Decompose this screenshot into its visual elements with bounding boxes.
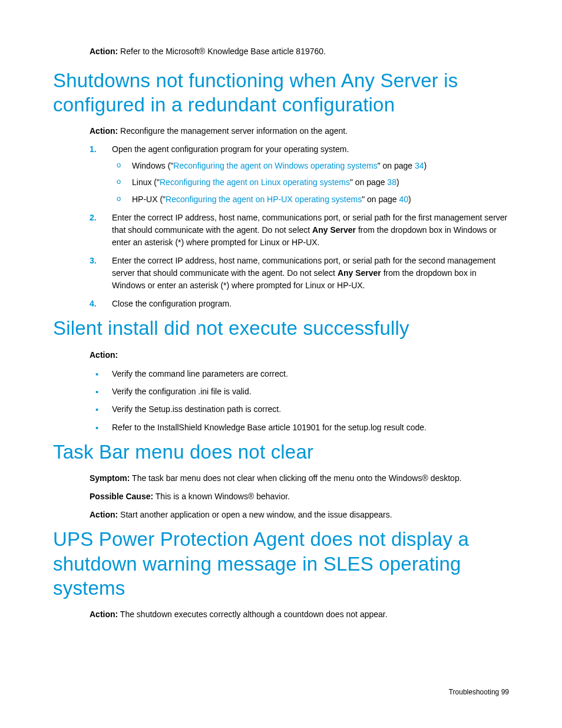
link-linux[interactable]: Reconfiguring the agent on Linux operati… — [160, 177, 350, 187]
bullet-icon: • — [95, 367, 98, 381]
action-label: Action: — [90, 610, 118, 619]
symptom-label: Symptom: — [90, 473, 130, 483]
heading-shutdowns: Shutdowns not functioning when Any Serve… — [53, 68, 509, 117]
top-action-line: Action: Refer to the Microsoft® Knowledg… — [90, 46, 509, 58]
action-text: The shutdown executes correctly although… — [118, 610, 387, 619]
action-label: Action: — [90, 510, 118, 519]
action-text: Refer to the Microsoft® Knowledge Base a… — [118, 47, 326, 56]
sub-end: ) — [424, 161, 427, 170]
list-item: •Verify the command line parameters are … — [90, 367, 509, 380]
step-3: 3. Enter the correct IP address, host na… — [90, 255, 509, 292]
step-number: 4. — [90, 298, 97, 310]
page-footer: Troubleshooting 99 — [449, 688, 509, 696]
action-text: Reconfigure the management server inform… — [118, 126, 348, 136]
page-ref[interactable]: 40 — [399, 195, 409, 204]
heading-silent-install: Silent install did not execute successfu… — [53, 316, 509, 340]
page-ref[interactable]: 34 — [415, 161, 424, 170]
sub-mid: " on page — [362, 195, 399, 204]
action-label: Action: — [90, 126, 118, 136]
link-hpux[interactable]: Reconfiguring the agent on HP-UX operati… — [166, 195, 362, 204]
document-page: Action: Refer to the Microsoft® Knowledg… — [0, 0, 562, 728]
symptom-line: Symptom: The task bar menu does not clea… — [90, 472, 509, 485]
sub-marker: o — [117, 176, 121, 188]
action-label: Action: — [90, 47, 118, 56]
sub-end: ) — [396, 177, 399, 187]
sub-mid: " on page — [378, 161, 415, 170]
sub-marker: o — [117, 193, 121, 205]
cause-line: Possible Cause: This is a known Windows®… — [90, 490, 509, 503]
ordered-steps: 1. Open the agent configuration program … — [90, 143, 509, 310]
step-4: 4. Close the configuration program. — [90, 298, 509, 310]
bullet-icon: • — [95, 421, 98, 435]
page-ref[interactable]: 38 — [387, 177, 396, 187]
sub-marker: o — [117, 159, 121, 172]
step-text: Close the configuration program. — [112, 299, 232, 308]
any-server-bold: Any Server — [312, 225, 356, 235]
bullet-text: Refer to the InstallShield Knowledge Bas… — [112, 423, 427, 432]
bullet-text: Verify the command line parameters are c… — [112, 369, 288, 378]
step-text: Open the agent configuration program for… — [112, 144, 349, 154]
section-silent-body: Action: •Verify the command line paramet… — [90, 349, 509, 434]
sub-end: ) — [408, 195, 411, 204]
action-line: Action: Reconfigure the management serve… — [90, 125, 509, 137]
step-number: 1. — [90, 143, 97, 156]
section-shutdowns-body: Action: Reconfigure the management serve… — [90, 125, 509, 310]
heading-taskbar: Task Bar menu does not clear — [53, 440, 509, 464]
cause-label: Possible Cause: — [90, 492, 153, 501]
sub-pre: Windows (" — [132, 161, 173, 170]
step-number: 3. — [90, 255, 97, 267]
cause-text: This is a known Windows® behavior. — [153, 492, 290, 501]
list-item: •Verify the Setup.iss destination path i… — [90, 403, 509, 416]
footer-section: Troubleshooting — [449, 688, 500, 696]
action-label: Action: — [90, 350, 118, 360]
footer-page: 99 — [501, 688, 509, 696]
action-line: Action: Start another application or ope… — [90, 509, 509, 521]
action-bullets: •Verify the command line parameters are … — [90, 367, 509, 434]
bullet-text: Verify the configuration .ini file is va… — [112, 387, 252, 396]
sub-mid: " on page — [350, 177, 387, 187]
link-windows[interactable]: Reconfiguring the agent on Windows opera… — [173, 161, 377, 170]
sub-pre: Linux (" — [132, 177, 160, 187]
section-taskbar-body: Symptom: The task bar menu does not clea… — [90, 472, 509, 521]
action-line: Action: The shutdown executes correctly … — [90, 608, 509, 621]
step-1: 1. Open the agent configuration program … — [90, 143, 509, 206]
list-item: •Refer to the InstallShield Knowledge Ba… — [90, 421, 509, 434]
sub-item-hpux: o HP-UX ("Reconfiguring the agent on HP-… — [112, 193, 509, 206]
action-text: Start another application or open a new … — [118, 510, 392, 519]
bullet-icon: • — [95, 385, 98, 399]
any-server-bold: Any Server — [338, 268, 381, 278]
symptom-text: The task bar menu does not clear when cl… — [130, 473, 461, 483]
heading-ups: UPS Power Protection Agent does not disp… — [53, 527, 509, 600]
section-ups-body: Action: The shutdown executes correctly … — [90, 608, 509, 621]
sub-pre: HP-UX (" — [132, 195, 166, 204]
action-line: Action: — [90, 349, 509, 361]
step-number: 2. — [90, 212, 97, 224]
step-2: 2. Enter the correct IP address, host na… — [90, 212, 509, 249]
bullet-text: Verify the Setup.iss destination path is… — [112, 404, 281, 414]
list-item: •Verify the configuration .ini file is v… — [90, 385, 509, 398]
os-sublist: o Windows ("Reconfiguring the agent on W… — [112, 159, 509, 206]
sub-item-windows: o Windows ("Reconfiguring the agent on W… — [112, 159, 509, 172]
bullet-icon: • — [95, 403, 98, 417]
sub-item-linux: o Linux ("Reconfiguring the agent on Lin… — [112, 176, 509, 189]
